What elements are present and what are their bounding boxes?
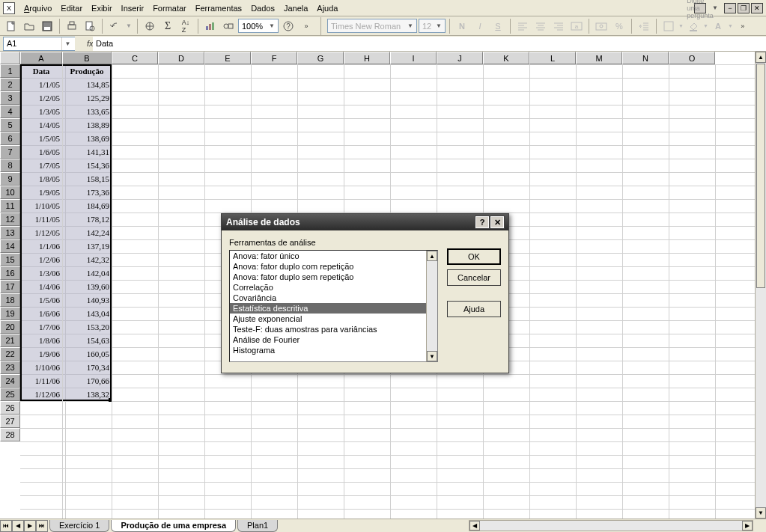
row-header-22[interactable]: 22 — [0, 347, 20, 361]
cell[interactable]: 178,12 — [62, 213, 112, 226]
row-header-28[interactable]: 28 — [0, 428, 20, 441]
row-header-6[interactable]: 6 — [0, 132, 20, 145]
menu-dados[interactable]: Dados — [246, 2, 279, 14]
row-header-15[interactable]: 15 — [0, 253, 20, 266]
cell[interactable]: 138,89 — [62, 118, 112, 132]
cell[interactable]: 1/2/05 — [20, 91, 62, 105]
row-header-9[interactable]: 9 — [0, 172, 20, 186]
decrease-indent-icon[interactable] — [636, 18, 652, 34]
menu-arquivo[interactable]: Arquivo — [19, 2, 56, 14]
cell[interactable]: 1/7/06 — [20, 320, 62, 334]
drawing-icon[interactable] — [220, 18, 237, 34]
column-header-O[interactable]: O — [669, 52, 715, 64]
zoom-combo[interactable]: 100%▼ — [238, 19, 279, 33]
list-item[interactable]: Análise de Fourier — [230, 334, 426, 345]
row-header-17[interactable]: 17 — [0, 280, 20, 293]
dialog-title-bar[interactable]: Análise de dados ? ✕ — [222, 214, 508, 230]
redo-icon[interactable]: ▼ — [124, 18, 133, 34]
cell[interactable]: 1/1/06 — [20, 239, 62, 253]
help-icon[interactable]: ? — [280, 18, 297, 34]
cell[interactable]: 154,36 — [62, 159, 112, 172]
cell[interactable]: 1/11/05 — [20, 213, 62, 226]
tab-plan1[interactable]: Plan1 — [237, 520, 278, 532]
scroll-left-icon[interactable]: ◀ — [469, 521, 480, 531]
list-item[interactable]: Anova: fator único — [230, 251, 426, 261]
minimize-button[interactable]: − — [724, 3, 736, 13]
listbox-scroll-down-icon[interactable]: ▼ — [427, 351, 437, 361]
print-preview-icon[interactable] — [82, 18, 98, 34]
ok-button[interactable]: OK — [447, 248, 501, 265]
font-color-icon[interactable]: A — [710, 18, 726, 34]
list-item[interactable]: Anova: fator duplo com repetição — [230, 261, 426, 272]
scroll-right-icon[interactable]: ▶ — [742, 521, 753, 531]
row-header-11[interactable]: 11 — [0, 199, 20, 213]
autosum-icon[interactable]: Σ — [159, 18, 176, 34]
cell[interactable]: 133,65 — [62, 105, 112, 118]
cell[interactable]: 1/5/05 — [20, 132, 62, 145]
row-header-27[interactable]: 27 — [0, 415, 20, 428]
cell[interactable]: 153,20 — [62, 320, 112, 334]
column-header-K[interactable]: K — [483, 52, 529, 64]
row-header-13[interactable]: 13 — [0, 226, 20, 239]
menu-editar[interactable]: Editar — [56, 2, 87, 14]
tab-producao[interactable]: Produção de uma empresa — [111, 520, 236, 532]
row-header-21[interactable]: 21 — [0, 334, 20, 347]
row-header-5[interactable]: 5 — [0, 118, 20, 132]
tab-first-icon[interactable]: ⏮ — [0, 520, 12, 532]
cell[interactable]: 170,34 — [62, 361, 112, 374]
help-button[interactable]: Ajuda — [447, 301, 501, 317]
row-header-3[interactable]: 3 — [0, 91, 20, 105]
list-item[interactable]: Correlação — [230, 282, 426, 293]
align-left-icon[interactable] — [514, 18, 531, 34]
row-header-12[interactable]: 12 — [0, 213, 20, 226]
chart-wizard-icon[interactable] — [202, 18, 219, 34]
column-header-L[interactable]: L — [529, 52, 576, 64]
row-header-7[interactable]: 7 — [0, 145, 20, 159]
cell[interactable]: 1/6/06 — [20, 307, 62, 320]
list-item[interactable]: Estatística descritiva — [230, 303, 426, 314]
column-header-I[interactable]: I — [390, 52, 437, 64]
column-header-E[interactable]: E — [204, 52, 251, 64]
cell[interactable]: Data — [20, 64, 62, 78]
cell[interactable]: 1/1/05 — [20, 78, 62, 91]
fx-icon[interactable]: fx — [75, 39, 93, 48]
currency-icon[interactable] — [593, 18, 610, 34]
cell[interactable]: 1/5/06 — [20, 293, 62, 307]
undo-icon[interactable] — [106, 18, 123, 34]
list-item[interactable]: Covariância — [230, 293, 426, 303]
listbox-scrollbar[interactable]: ▲ ▼ — [426, 251, 437, 361]
cell[interactable]: 1/9/06 — [20, 347, 62, 361]
cell[interactable]: 1/4/06 — [20, 280, 62, 293]
cell[interactable]: 1/3/06 — [20, 266, 62, 280]
cell[interactable]: 134,85 — [62, 78, 112, 91]
column-header-N[interactable]: N — [622, 52, 669, 64]
list-item[interactable]: Ajuste exponencial — [230, 314, 426, 324]
cell[interactable]: 1/2/06 — [20, 253, 62, 266]
font-name-combo[interactable]: Times New Roman▼ — [327, 19, 417, 33]
cell[interactable]: 1/4/05 — [20, 118, 62, 132]
cell[interactable]: 173,36 — [62, 186, 112, 199]
select-all-corner[interactable] — [0, 52, 20, 64]
dialog-close-button[interactable]: ✕ — [490, 216, 504, 228]
cell[interactable]: Produção — [62, 64, 112, 78]
menu-ajuda[interactable]: Ajuda — [312, 2, 342, 14]
row-header-26[interactable]: 26 — [0, 401, 20, 415]
cell[interactable]: 142,04 — [62, 266, 112, 280]
list-item[interactable]: Histograma — [230, 345, 426, 355]
hyperlink-icon[interactable] — [142, 18, 158, 34]
close-button[interactable]: ✕ — [751, 3, 763, 13]
menu-exibir[interactable]: Exibir — [87, 2, 117, 14]
cell[interactable]: 141,31 — [62, 145, 112, 159]
tab-prev-icon[interactable]: ◀ — [12, 520, 24, 532]
toolbar-options-icon[interactable]: » — [298, 18, 314, 34]
cell[interactable]: 142,24 — [62, 226, 112, 239]
tab-next-icon[interactable]: ▶ — [24, 520, 36, 532]
cell[interactable]: 1/10/06 — [20, 361, 62, 374]
cell[interactable]: 1/12/05 — [20, 226, 62, 239]
column-header-M[interactable]: M — [576, 52, 622, 64]
cell[interactable]: 1/8/05 — [20, 172, 62, 186]
align-right-icon[interactable] — [550, 18, 567, 34]
cell[interactable]: 140,93 — [62, 293, 112, 307]
row-header-14[interactable]: 14 — [0, 239, 20, 253]
tab-exercicio-1[interactable]: Exercício 1 — [49, 520, 109, 532]
